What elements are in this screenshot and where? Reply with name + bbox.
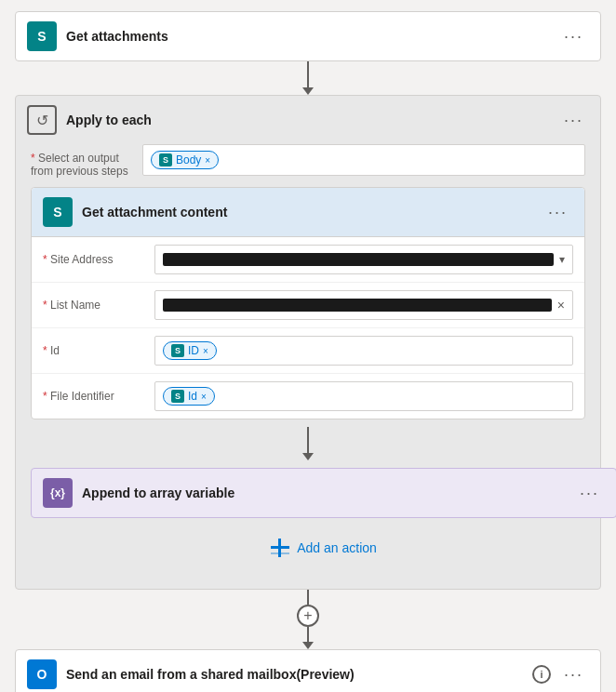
add-action-label: Add an action [297,540,377,555]
apply-each-title: Apply to each [66,113,549,127]
select-output-row: * Select an outputfrom previous steps S … [31,144,585,178]
outlook-icon: O [27,659,57,689]
select-output-input[interactable]: S Body × [142,144,585,176]
add-action-button[interactable]: Add an action [252,529,395,566]
append-header: {x} Append to array variable ··· [32,469,616,517]
file-id-token-close[interactable]: × [201,392,207,402]
body-token-label: Body [176,153,201,166]
get-attachments-more[interactable]: ··· [558,25,589,48]
get-attachments-title: Get attachments [66,29,549,44]
id-token-label: ID [188,344,199,357]
send-email-title: Send an email from a shared mailbox(Prev… [66,667,523,682]
loop-icon: ↺ [27,105,57,135]
id-input[interactable]: S ID × [154,336,573,366]
id-token: S ID × [163,341,217,360]
send-email-header: O Send an email from a shared mailbox(Pr… [16,650,600,692]
body-token-close[interactable]: × [205,155,210,166]
send-email-card: O Send an email from a shared mailbox(Pr… [15,649,601,692]
list-name-clear-icon[interactable]: × [557,298,565,313]
site-address-input[interactable]: ▾ [154,245,573,274]
plus-connector: + [297,590,319,649]
get-attachment-content-header: S Get attachment content ··· [32,188,584,237]
arrow-2 [31,427,585,460]
get-attachment-content-title: Get attachment content [82,205,533,220]
arrow-1 [302,61,314,95]
add-action-icon [271,539,289,557]
site-address-redacted [163,253,554,266]
body-token: S Body × [151,151,219,169]
body-token-icon: S [159,153,172,166]
list-name-row: * List Name × [32,283,584,328]
plus-circle-button[interactable]: + [297,605,319,627]
file-id-token: S Id × [163,387,215,406]
list-name-input[interactable]: × [154,290,573,320]
apply-each-more[interactable]: ··· [558,109,589,132]
flow-container: S Get attachments ··· ↺ Apply to each ··… [0,0,616,692]
select-output-label: * Select an outputfrom previous steps [31,144,133,178]
get-attachment-content-card: S Get attachment content ··· * Site Addr… [31,187,585,419]
apply-each-body: * Select an outputfrom previous steps S … [16,144,600,578]
send-email-info-icon[interactable]: i [532,665,551,684]
variable-icon: {x} [43,478,73,508]
apply-each-header: ↺ Apply to each ··· [16,96,600,144]
file-identifier-label: * File Identifier [43,390,145,403]
apply-each-container: ↺ Apply to each ··· * Select an outputfr… [15,95,601,590]
get-attachments-card: S Get attachments ··· [15,11,601,61]
get-attachment-content-more[interactable]: ··· [542,201,573,224]
file-id-token-icon: S [171,390,184,403]
file-identifier-row: * File Identifier S Id × [32,374,584,419]
id-token-close[interactable]: × [203,346,208,356]
file-id-token-label: Id [188,390,197,403]
sharepoint-icon: S [27,21,57,51]
get-attachments-header: S Get attachments ··· [16,12,600,60]
append-to-array-card: {x} Append to array variable ··· [31,468,616,518]
list-name-label: * List Name [43,299,145,312]
id-token-icon: S [171,344,184,357]
site-address-dropdown-icon[interactable]: ▾ [559,253,565,266]
site-address-label: * Site Address [43,253,145,266]
get-content-sp-icon: S [43,197,73,227]
site-address-row: * Site Address ▾ [32,237,584,283]
list-name-redacted [163,299,552,312]
id-label: * Id [43,344,145,357]
svg-rect-2 [271,552,289,554]
file-identifier-input[interactable]: S Id × [154,381,573,411]
append-title: Append to array variable [82,486,565,500]
add-action-section: Add an action [31,518,616,578]
send-email-more[interactable]: ··· [558,663,589,686]
id-row: * Id S ID × [32,328,584,374]
append-more[interactable]: ··· [574,482,605,505]
